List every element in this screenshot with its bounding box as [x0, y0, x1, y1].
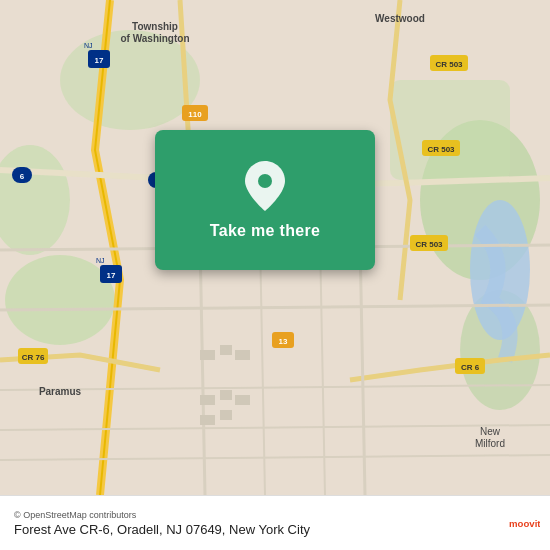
svg-rect-46	[200, 415, 215, 425]
svg-point-1	[5, 255, 115, 345]
bottom-left-info: © OpenStreetMap contributors Forest Ave …	[14, 510, 310, 537]
svg-text:Paramus: Paramus	[39, 386, 82, 397]
svg-rect-6	[390, 80, 510, 180]
svg-text:13: 13	[279, 337, 288, 346]
svg-text:17: 17	[107, 271, 116, 280]
svg-rect-45	[235, 395, 250, 405]
svg-rect-41	[220, 345, 232, 355]
bottom-bar: © OpenStreetMap contributors Forest Ave …	[0, 495, 550, 550]
moovit-icon: moovit	[508, 507, 540, 539]
svg-text:CR 76: CR 76	[22, 353, 45, 362]
svg-rect-47	[220, 410, 232, 420]
svg-rect-44	[220, 390, 232, 400]
svg-text:NJ: NJ	[96, 257, 105, 264]
take-me-there-button[interactable]: Take me there	[210, 222, 320, 240]
svg-text:CR 6: CR 6	[461, 363, 480, 372]
map-area: 17 NJ 17 NJ 6 6 110 CR 503 CR 503 CR 503…	[0, 0, 550, 495]
svg-text:110: 110	[188, 110, 202, 119]
location-pin-icon	[243, 160, 287, 212]
svg-text:CR 503: CR 503	[415, 240, 443, 249]
svg-rect-42	[235, 350, 250, 360]
svg-text:17: 17	[95, 56, 104, 65]
osm-credit: © OpenStreetMap contributors	[14, 510, 310, 520]
svg-text:moovit: moovit	[509, 518, 540, 529]
svg-text:Milford: Milford	[475, 438, 505, 449]
location-address: Forest Ave CR-6, Oradell, NJ 07649, New …	[14, 522, 310, 537]
svg-text:Township: Township	[132, 21, 178, 32]
svg-rect-43	[200, 395, 215, 405]
action-card[interactable]: Take me there	[155, 130, 375, 270]
svg-text:New: New	[480, 426, 501, 437]
svg-text:of Washington: of Washington	[120, 33, 189, 44]
moovit-logo: moovit	[508, 507, 540, 539]
svg-point-5	[60, 30, 200, 130]
svg-text:NJ: NJ	[84, 42, 93, 49]
svg-text:CR 503: CR 503	[427, 145, 455, 154]
svg-rect-40	[200, 350, 215, 360]
svg-text:6: 6	[20, 172, 25, 181]
svg-point-48	[258, 174, 272, 188]
svg-text:CR 503: CR 503	[435, 60, 463, 69]
svg-text:Westwood: Westwood	[375, 13, 425, 24]
